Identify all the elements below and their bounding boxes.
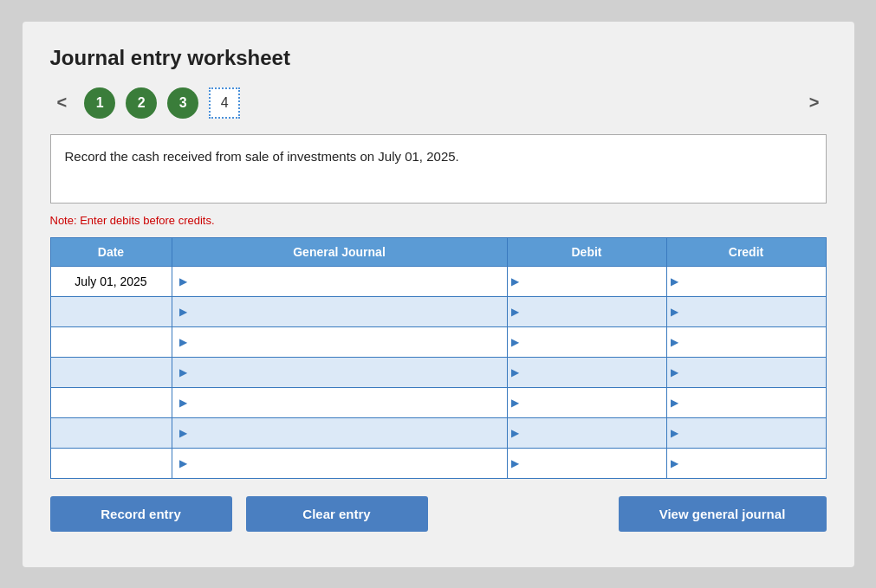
table-row: ▶▶▶ <box>50 296 826 326</box>
cell-arrow-icon: ▶ <box>179 427 187 439</box>
worksheet-container: Journal entry worksheet < 1 2 3 4 > Reco… <box>23 22 854 567</box>
cell-arrow-icon: ▶ <box>511 397 519 409</box>
date-cell: July 01, 2025 <box>50 266 172 296</box>
cell-arrow-icon: ▶ <box>511 306 519 318</box>
record-entry-button[interactable]: Record entry <box>50 496 232 532</box>
clear-entry-button[interactable]: Clear entry <box>246 496 428 532</box>
credit-cell[interactable]: ▶ <box>666 387 826 417</box>
cell-arrow-icon: ▶ <box>179 366 187 378</box>
table-row: ▶▶▶ <box>50 417 826 448</box>
debit-input[interactable] <box>521 297 666 326</box>
cell-arrow-icon: ▶ <box>671 427 678 439</box>
cell-arrow-icon: ▶ <box>671 457 678 469</box>
cell-arrow-icon: ▶ <box>671 397 678 409</box>
journal-cell[interactable]: ▶ <box>172 296 507 326</box>
credit-cell[interactable]: ▶ <box>666 417 826 448</box>
col-header-journal: General Journal <box>172 237 507 266</box>
col-header-date: Date <box>50 237 172 266</box>
journal-cell[interactable]: ▶ <box>172 357 507 387</box>
journal-input[interactable] <box>189 297 503 326</box>
date-cell <box>50 326 172 357</box>
journal-cell[interactable]: ▶ <box>172 387 507 417</box>
journal-table: Date General Journal Debit Credit July 0… <box>50 237 827 479</box>
debit-input[interactable] <box>521 449 666 478</box>
nav-step-3[interactable]: 3 <box>167 87 198 119</box>
instruction-text: Record the cash received from sale of in… <box>65 149 459 164</box>
buttons-row: Record entry Clear entry View general jo… <box>50 496 827 532</box>
credit-input[interactable] <box>680 297 826 326</box>
date-cell <box>50 357 172 387</box>
page-title: Journal entry worksheet <box>50 46 827 70</box>
cell-arrow-icon: ▶ <box>671 275 678 288</box>
credit-cell[interactable]: ▶ <box>666 448 826 478</box>
credit-input[interactable] <box>680 358 826 387</box>
nav-step-4[interactable]: 4 <box>209 87 240 119</box>
table-row: ▶▶▶ <box>50 357 826 387</box>
cell-arrow-icon: ▶ <box>179 306 187 318</box>
journal-input[interactable] <box>189 358 503 387</box>
cell-arrow-icon: ▶ <box>511 366 519 378</box>
credit-cell[interactable]: ▶ <box>666 296 826 326</box>
journal-cell[interactable]: ▶ <box>172 266 507 296</box>
date-cell <box>50 387 172 417</box>
col-header-credit: Credit <box>666 237 826 266</box>
cell-arrow-icon: ▶ <box>671 366 678 378</box>
credit-cell[interactable]: ▶ <box>666 357 826 387</box>
journal-input[interactable] <box>189 418 503 448</box>
nav-row: < 1 2 3 4 > <box>50 87 827 119</box>
debit-cell[interactable]: ▶ <box>507 448 666 478</box>
journal-input[interactable] <box>189 267 503 296</box>
cell-arrow-icon: ▶ <box>511 427 519 439</box>
table-row: ▶▶▶ <box>50 387 826 417</box>
credit-cell[interactable]: ▶ <box>666 266 826 296</box>
journal-input[interactable] <box>189 449 503 478</box>
debit-cell[interactable]: ▶ <box>507 387 666 417</box>
col-header-debit: Debit <box>507 237 666 266</box>
debit-input[interactable] <box>521 388 666 417</box>
table-row: ▶▶▶ <box>50 448 826 478</box>
cell-arrow-icon: ▶ <box>179 457 187 469</box>
debit-input[interactable] <box>521 327 666 357</box>
cell-arrow-icon: ▶ <box>671 336 678 348</box>
cell-arrow-icon: ▶ <box>511 457 519 469</box>
prev-arrow[interactable]: < <box>50 89 75 116</box>
note-text: Note: Enter debits before credits. <box>50 214 827 227</box>
credit-cell[interactable]: ▶ <box>666 326 826 357</box>
debit-input[interactable] <box>521 358 666 387</box>
debit-cell[interactable]: ▶ <box>507 296 666 326</box>
debit-input[interactable] <box>521 267 666 296</box>
journal-input[interactable] <box>189 327 503 357</box>
journal-input[interactable] <box>189 388 503 417</box>
credit-input[interactable] <box>680 449 826 478</box>
date-cell <box>50 417 172 448</box>
nav-step-1[interactable]: 1 <box>84 87 115 119</box>
journal-cell[interactable]: ▶ <box>172 326 507 357</box>
cell-arrow-icon: ▶ <box>179 336 187 348</box>
debit-input[interactable] <box>521 418 666 448</box>
credit-input[interactable] <box>680 418 826 448</box>
view-journal-button[interactable]: View general journal <box>619 496 827 532</box>
date-cell <box>50 448 172 478</box>
debit-cell[interactable]: ▶ <box>507 326 666 357</box>
journal-cell[interactable]: ▶ <box>172 448 507 478</box>
cell-arrow-icon: ▶ <box>511 336 519 348</box>
date-cell <box>50 296 172 326</box>
credit-input[interactable] <box>680 388 826 417</box>
debit-cell[interactable]: ▶ <box>507 417 666 448</box>
credit-input[interactable] <box>680 267 826 296</box>
table-row: ▶▶▶ <box>50 326 826 357</box>
cell-arrow-icon: ▶ <box>179 275 187 288</box>
cell-arrow-icon: ▶ <box>511 275 519 288</box>
debit-cell[interactable]: ▶ <box>507 266 666 296</box>
cell-arrow-icon: ▶ <box>671 306 678 318</box>
journal-cell[interactable]: ▶ <box>172 417 507 448</box>
credit-input[interactable] <box>680 327 826 357</box>
next-arrow[interactable]: > <box>802 89 827 116</box>
cell-arrow-icon: ▶ <box>179 397 187 409</box>
table-row: July 01, 2025▶▶▶ <box>50 266 826 296</box>
instruction-box: Record the cash received from sale of in… <box>50 134 827 204</box>
nav-step-2[interactable]: 2 <box>126 87 157 119</box>
debit-cell[interactable]: ▶ <box>507 357 666 387</box>
